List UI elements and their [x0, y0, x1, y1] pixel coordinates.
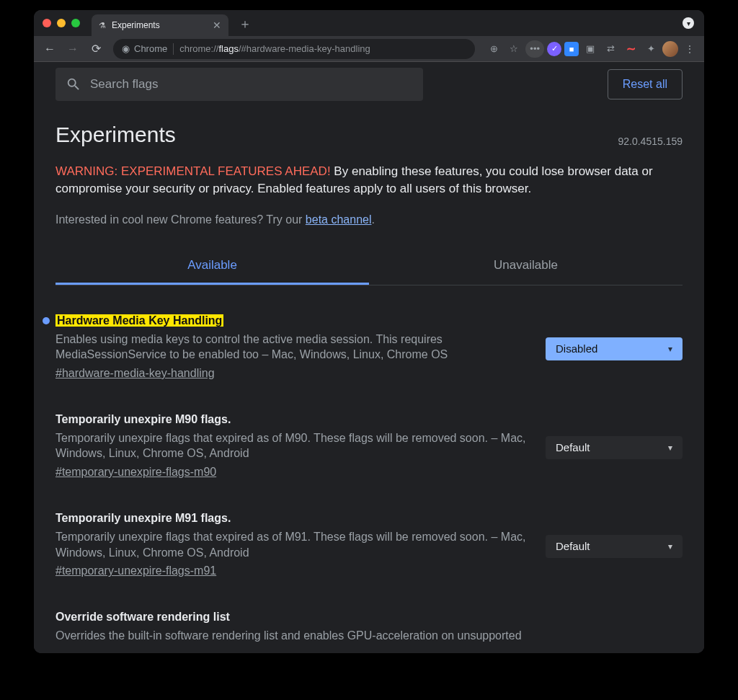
warning-prefix: WARNING: EXPERIMENTAL FEATURES AHEAD! — [55, 164, 331, 178]
tab-title: Experiments — [112, 20, 160, 30]
tab-available[interactable]: Available — [55, 248, 369, 285]
url-host: Chrome — [134, 43, 167, 54]
flag-anchor-link[interactable]: #hardware-media-key-handling — [55, 367, 215, 380]
extensions-puzzle-icon[interactable]: ✦ — [642, 40, 659, 58]
flag-body: Override software rendering listOverride… — [55, 611, 531, 644]
flag-description: Temporarily unexpire flags that expired … — [55, 529, 531, 560]
flag-title: Hardware Media Key Handling — [55, 314, 223, 327]
flag-item: Override software rendering listOverride… — [55, 611, 683, 644]
url-text: chrome://flags/#hardware-media-key-handl… — [179, 43, 370, 54]
window-controls — [43, 19, 80, 27]
flask-icon: ⚗ — [99, 21, 106, 30]
flag-item: Hardware Media Key HandlingEnables using… — [55, 314, 683, 380]
warning-text: WARNING: EXPERIMENTAL FEATURES AHEAD! By… — [55, 163, 683, 198]
forward-button[interactable]: → — [63, 39, 83, 59]
new-tab-button[interactable]: ＋ — [239, 15, 252, 32]
flag-state-label: Disabled — [556, 342, 597, 355]
toolbar-icons: ⊕ ☆ ••• ✓ ■ ▣ ⇄ ∼ ✦ ⋮ — [485, 40, 698, 58]
tab-bar: ⚗ Experiments ✕ ＋ ▾ — [34, 10, 704, 36]
flag-select-wrap: Disabled▾ — [546, 337, 683, 360]
flag-title: Override software rendering list — [55, 611, 230, 623]
minimize-window-button[interactable] — [57, 19, 66, 27]
flag-body: Temporarily unexpire M91 flags.Temporari… — [55, 512, 531, 577]
browser-tab[interactable]: ⚗ Experiments ✕ — [92, 14, 228, 36]
chevron-down-icon: ▾ — [668, 344, 672, 354]
chrome-icon: ◉ — [122, 43, 130, 54]
flag-description: Overrides the built-in software renderin… — [55, 628, 531, 644]
beta-channel-link[interactable]: beta channel — [306, 213, 372, 226]
back-button[interactable]: ← — [40, 39, 60, 59]
extension-icon-3[interactable]: ▣ — [582, 40, 599, 58]
flag-state-select[interactable]: Disabled▾ — [546, 337, 683, 360]
flag-item: Temporarily unexpire M90 flags.Temporari… — [55, 413, 683, 479]
flag-body: Temporarily unexpire M90 flags.Temporari… — [55, 413, 531, 479]
flag-title: Temporarily unexpire M90 flags. — [55, 413, 231, 425]
beta-channel-text: Interested in cool new Chrome features? … — [55, 213, 683, 226]
flag-description: Temporarily unexpire flags that expired … — [55, 430, 531, 461]
chrome-version: 92.0.4515.159 — [618, 136, 683, 147]
extension-icon-5[interactable]: ∼ — [622, 40, 639, 58]
flag-state-label: Default — [556, 441, 590, 453]
reload-button[interactable]: ⟳ — [86, 39, 106, 59]
browser-window: ⚗ Experiments ✕ ＋ ▾ ← → ⟳ ◉ Chrome chrom… — [34, 10, 704, 653]
flag-state-label: Default — [556, 540, 590, 552]
flag-anchor-link[interactable]: #temporary-unexpire-flags-m91 — [55, 564, 216, 577]
profile-avatar[interactable] — [662, 41, 678, 57]
browser-toolbar: ← → ⟳ ◉ Chrome chrome://flags/#hardware-… — [34, 36, 704, 62]
extension-icon-1[interactable]: ✓ — [547, 42, 561, 56]
tab-overflow-button[interactable]: ▾ — [683, 17, 694, 29]
zoom-icon[interactable]: ⊕ — [485, 40, 502, 58]
flags-top-row: Reset all — [34, 62, 704, 107]
flag-anchor-link[interactable]: #temporary-unexpire-flags-m90 — [55, 466, 216, 479]
separator — [173, 43, 174, 55]
search-flags-input[interactable] — [90, 77, 413, 92]
chevron-down-icon: ▾ — [668, 541, 672, 551]
flag-body: Hardware Media Key HandlingEnables using… — [55, 314, 531, 380]
flag-select-wrap: Default▾ — [546, 436, 683, 459]
modified-dot-icon — [43, 317, 50, 324]
more-extensions-icon[interactable]: ••• — [525, 40, 544, 58]
maximize-window-button[interactable] — [71, 19, 80, 27]
chevron-down-icon: ▾ — [668, 443, 672, 453]
extension-icon-2[interactable]: ■ — [564, 42, 579, 56]
tab-unavailable[interactable]: Unavailable — [369, 248, 683, 285]
browser-menu-icon[interactable]: ⋮ — [681, 40, 698, 58]
address-bar[interactable]: ◉ Chrome chrome://flags/#hardware-media-… — [113, 39, 475, 59]
close-window-button[interactable] — [43, 19, 51, 27]
close-tab-icon[interactable]: ✕ — [213, 19, 221, 31]
flag-title: Temporarily unexpire M91 flags. — [55, 512, 231, 524]
extension-icon-4[interactable]: ⇄ — [602, 40, 619, 58]
bookmark-icon[interactable]: ☆ — [505, 40, 523, 58]
flags-list: Hardware Media Key HandlingEnables using… — [55, 314, 683, 644]
search-icon — [66, 76, 81, 92]
search-flags-box[interactable] — [55, 68, 423, 101]
flag-state-select[interactable]: Default▾ — [546, 436, 683, 459]
flag-item: Temporarily unexpire M91 flags.Temporari… — [55, 512, 683, 577]
flag-select-wrap: Default▾ — [546, 535, 683, 558]
page-content: Reset all Experiments 92.0.4515.159 WARN… — [34, 62, 704, 653]
flags-tabs: Available Unavailable — [55, 248, 683, 285]
flag-state-select[interactable]: Default▾ — [546, 535, 683, 558]
page-title: Experiments — [55, 123, 176, 147]
flag-description: Enables using media keys to control the … — [55, 332, 531, 363]
reset-all-button[interactable]: Reset all — [608, 69, 683, 99]
